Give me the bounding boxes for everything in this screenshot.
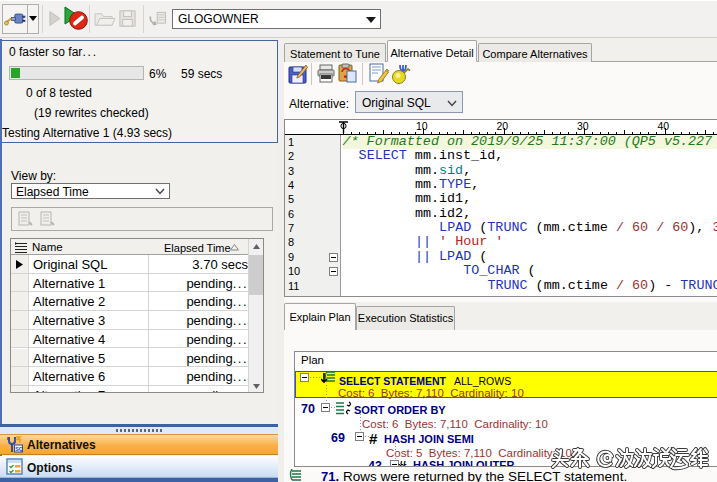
svg-text:SQL: SQL [15,446,23,452]
